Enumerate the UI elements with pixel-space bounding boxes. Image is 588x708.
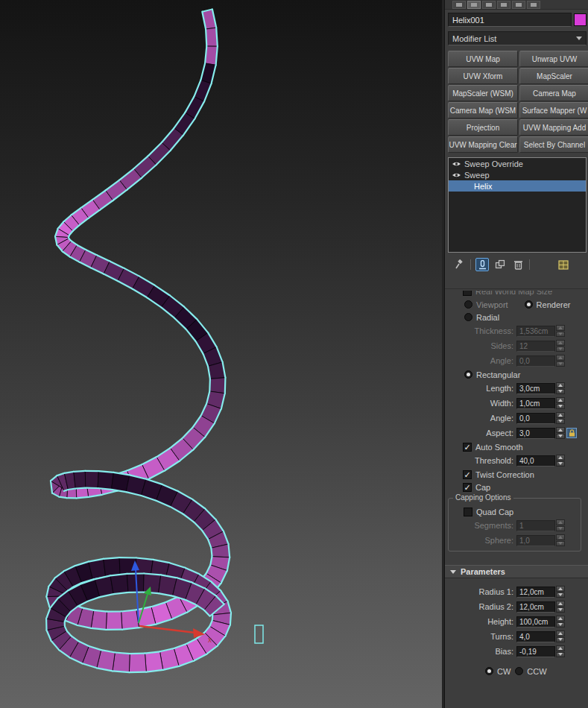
param-value-field[interactable]: 3,0cm (516, 383, 555, 394)
spinner-down-icon[interactable] (556, 434, 565, 440)
modifier-button-uvw-xform[interactable]: UVW Xform (448, 68, 518, 84)
modifier-list-dropdown[interactable]: Modifier List (448, 31, 587, 45)
stack-item-sweep-override[interactable]: Sweep Override (449, 158, 586, 169)
spinner-down-icon[interactable] (556, 637, 565, 643)
modifier-button-uvw-mapping-clear[interactable]: UVW Mapping Clear (448, 136, 518, 153)
spinner-down-icon[interactable] (556, 332, 565, 338)
stack-item-sweep[interactable]: Sweep (449, 169, 586, 180)
param-value-field[interactable]: 0,0 (516, 413, 555, 424)
spinner[interactable] (556, 586, 565, 598)
modifier-button-unwrap-uvw[interactable]: Unwrap UVW (519, 51, 588, 67)
param-value-field[interactable]: 3,0 (516, 428, 555, 439)
spinner-down-icon[interactable] (556, 404, 565, 410)
helix-segment[interactable] (98, 471, 113, 490)
modifier-button-mapscaler[interactable]: MapScaler (519, 68, 588, 84)
helix-segment[interactable] (209, 378, 225, 393)
param-value-field[interactable]: 0,0 (516, 355, 555, 367)
helix-segment[interactable] (145, 651, 163, 671)
checkbox-cap[interactable] (463, 483, 472, 492)
modifier-button-uvw-map[interactable]: UVW Map (448, 51, 518, 67)
spinner-down-icon[interactable] (556, 419, 565, 425)
tab-hierarchy[interactable] (482, 1, 496, 9)
spinner[interactable] (556, 325, 565, 337)
tab-create[interactable] (452, 1, 466, 9)
modifier-button-uvw-mapping-add[interactable]: UVW Mapping Add (519, 119, 588, 136)
sweep-section-shape[interactable] (255, 625, 263, 643)
radio-option-renderer[interactable]: Renderer (508, 300, 571, 309)
tab-display[interactable] (512, 1, 525, 9)
visibility-eye-icon[interactable] (452, 160, 461, 168)
helix-segment[interactable] (129, 654, 146, 672)
param-value-field[interactable]: 1,0 (516, 535, 555, 546)
spinner[interactable] (556, 382, 565, 394)
spinner[interactable] (556, 397, 565, 409)
tab-utilities[interactable] (527, 1, 540, 9)
spinner-up-icon[interactable] (556, 412, 565, 418)
modifier-button-projection[interactable]: Projection (448, 119, 518, 136)
spinner[interactable] (556, 519, 565, 531)
helix-segment[interactable] (106, 612, 122, 630)
param-value-field[interactable]: 40,0 (516, 455, 555, 467)
helix-object[interactable] (46, 9, 231, 672)
spinner[interactable] (556, 616, 565, 628)
param-value-field[interactable]: 4,0 (516, 631, 555, 642)
spinner[interactable] (556, 455, 565, 467)
spinner-down-icon[interactable] (556, 347, 565, 353)
helix-segment[interactable] (121, 610, 139, 629)
viewport[interactable]: x (0, 0, 444, 708)
spinner-up-icon[interactable] (556, 455, 565, 461)
spinner-up-icon[interactable] (556, 382, 565, 388)
modifier-button-camera-map[interactable]: Camera Map (519, 85, 588, 101)
modifier-button-surface-mapper-w[interactable]: Surface Mapper (W (519, 102, 588, 118)
helix-segment[interactable] (110, 574, 128, 594)
spinner[interactable] (556, 355, 565, 367)
spinner-up-icon[interactable] (556, 397, 565, 403)
parameters-rollout-header[interactable]: Parameters (445, 565, 588, 578)
radio-option-ccw[interactable]: CCW (510, 667, 546, 676)
checkbox-real-world-map-size[interactable] (463, 291, 472, 296)
spinner-up-icon[interactable] (556, 534, 565, 540)
modifier-button-camera-map-wsm[interactable]: Camera Map (WSM (448, 102, 518, 118)
helix-segment[interactable] (113, 653, 130, 673)
stack-item-helix[interactable]: Helix (449, 180, 586, 192)
spinner[interactable] (556, 630, 565, 642)
spinner-up-icon[interactable] (556, 340, 565, 346)
checkbox-twist-correction[interactable] (463, 470, 472, 479)
object-color-swatch[interactable] (574, 13, 587, 26)
spinner-up-icon[interactable] (556, 519, 565, 525)
spinner-up-icon[interactable] (556, 355, 565, 361)
spinner-up-icon[interactable] (556, 630, 565, 636)
spinner[interactable] (556, 645, 565, 657)
radio-option-cw[interactable]: CW (481, 667, 510, 676)
spinner-up-icon[interactable] (556, 601, 565, 607)
param-value-field[interactable]: -0,19 (516, 646, 555, 657)
helix-segment[interactable] (143, 574, 160, 594)
radio-viewport[interactable] (464, 300, 472, 309)
spinner-down-icon[interactable] (556, 652, 565, 658)
pin-stack-icon[interactable] (452, 258, 466, 271)
param-value-field[interactable]: 1,0cm (516, 398, 555, 409)
spinner[interactable] (556, 427, 565, 439)
radio-rectangular[interactable] (464, 370, 472, 379)
tab-modify[interactable] (467, 1, 481, 9)
viewport-canvas[interactable]: x (0, 0, 444, 708)
modifier-button-select-by-channel[interactable]: Select By Channel (519, 136, 588, 153)
object-name-input[interactable] (448, 13, 572, 27)
visibility-eye-icon[interactable] (452, 171, 461, 179)
spinner-down-icon[interactable] (556, 541, 565, 547)
param-value-field[interactable]: 12,0cm (516, 601, 555, 613)
spinner[interactable] (556, 340, 565, 352)
param-value-field[interactable]: 12,0cm (516, 587, 555, 598)
radio-renderer[interactable] (525, 300, 533, 309)
radio-option-viewport[interactable]: Viewport (449, 300, 508, 309)
spinner-down-icon[interactable] (556, 389, 565, 395)
param-value-field[interactable]: 12 (516, 341, 555, 352)
configure-modifier-sets-icon[interactable] (557, 258, 570, 271)
param-value-field[interactable]: 1 (516, 520, 555, 531)
spinner-down-icon[interactable] (556, 361, 565, 367)
param-value-field[interactable]: 1,536cm (516, 326, 555, 337)
spinner-down-icon[interactable] (556, 592, 565, 598)
helix-segment[interactable] (74, 471, 86, 489)
spinner[interactable] (556, 601, 565, 613)
checkbox-quad-cap[interactable] (464, 508, 472, 516)
